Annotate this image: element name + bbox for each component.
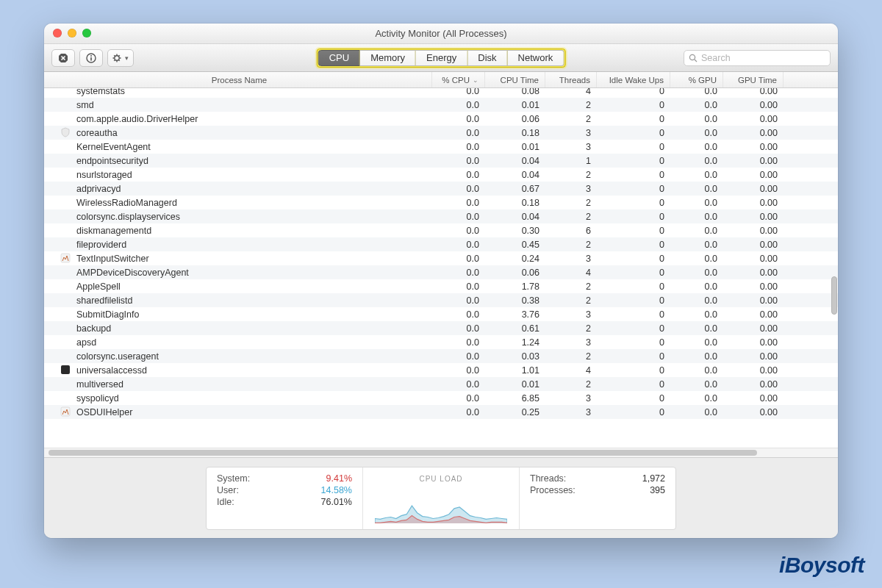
cell-cpu: 0.0 <box>432 251 485 265</box>
cell-gpu: 0.0 <box>670 112 723 126</box>
table-row[interactable]: multiversed0.00.01200.00.00 <box>44 377 838 391</box>
cell-gpu: 0.0 <box>670 88 723 98</box>
table-row[interactable]: diskmanagementd0.00.30600.00.00 <box>44 223 838 237</box>
svg-line-11 <box>114 55 115 56</box>
table-row[interactable]: systemstats0.00.08400.00.00 <box>44 88 838 98</box>
cell-idle-wake-ups: 0 <box>597 168 670 182</box>
svg-line-16 <box>695 60 697 62</box>
table-row[interactable]: coreautha0.00.18300.00.00 <box>44 126 838 140</box>
cell-gpu-time: 0.00 <box>723 154 784 168</box>
cell-threads: 3 <box>545 335 597 349</box>
table-row[interactable]: sharedfilelistd0.00.38200.00.00 <box>44 293 838 307</box>
table-row[interactable]: smd0.00.01200.00.00 <box>44 98 838 112</box>
column-header-gpu-time[interactable]: GPU Time <box>723 72 784 87</box>
cpu-usage-pane: System:9.41% User:14.58% Idle:76.01% <box>207 467 362 529</box>
svg-rect-18 <box>61 365 70 374</box>
toolbar: ▾ CPU Memory Energy Disk Network <box>44 44 838 72</box>
column-header-cpu-time[interactable]: CPU Time <box>485 72 545 87</box>
cell-cpu: 0.0 <box>432 223 485 237</box>
cell-cpu-time: 0.18 <box>485 196 545 209</box>
table-row[interactable]: OSDUIHelper0.00.25300.00.00 <box>44 405 838 419</box>
table-row[interactable]: colorsync.useragent0.00.03200.00.00 <box>44 349 838 363</box>
info-button[interactable] <box>79 49 103 67</box>
info-icon <box>86 53 96 63</box>
stop-icon <box>58 53 68 63</box>
table-row[interactable]: endpointsecurityd0.00.04100.00.00 <box>44 154 838 168</box>
horizontal-scrollbar[interactable] <box>44 448 838 457</box>
cpu-load-chart-title: CPU LOAD <box>419 475 462 483</box>
table-row[interactable]: AMPDeviceDiscoveryAgent0.00.06400.00.00 <box>44 265 838 279</box>
horizontal-scrollbar-thumb[interactable] <box>49 450 757 456</box>
table-row[interactable]: fileproviderd0.00.45200.00.00 <box>44 237 838 251</box>
tab-network[interactable]: Network <box>508 50 564 66</box>
settings-button[interactable]: ▾ <box>107 49 134 67</box>
idle-value: 76.01% <box>321 497 352 507</box>
table-row[interactable]: adprivacyd0.00.67300.00.00 <box>44 182 838 196</box>
table-row[interactable]: AppleSpell0.01.78200.00.00 <box>44 279 838 293</box>
cell-cpu-time: 0.04 <box>485 209 545 223</box>
tab-cpu[interactable]: CPU <box>318 50 360 66</box>
table-row[interactable]: KernelEventAgent0.00.01300.00.00 <box>44 140 838 154</box>
processes-label: Processes: <box>530 485 576 495</box>
process-icon <box>60 253 71 263</box>
tab-segmented-control: CPU Memory Energy Disk Network <box>317 49 566 68</box>
process-table-body[interactable]: systemstats0.00.08400.00.00smd0.00.01200… <box>44 88 838 448</box>
cell-gpu: 0.0 <box>670 182 723 196</box>
table-row[interactable]: universalaccessd0.01.01400.00.00 <box>44 363 838 377</box>
table-row[interactable]: WirelessRadioManagerd0.00.18200.00.00 <box>44 196 838 209</box>
cell-cpu-time: 0.04 <box>485 154 545 168</box>
cell-gpu: 0.0 <box>670 154 723 168</box>
zoom-window-button[interactable] <box>82 29 91 37</box>
svg-rect-19 <box>61 407 70 416</box>
table-row[interactable]: backupd0.00.61200.00.00 <box>44 321 838 335</box>
table-row[interactable]: syspolicyd0.06.85300.00.00 <box>44 391 838 405</box>
table-row[interactable]: apsd0.01.24300.00.00 <box>44 335 838 349</box>
cell-gpu: 0.0 <box>670 321 723 335</box>
column-header-cpu[interactable]: % CPU ⌄ <box>432 72 485 87</box>
activity-monitor-window: Activity Monitor (All Processes) ▾ CPU M… <box>44 24 838 538</box>
cell-cpu: 0.0 <box>432 265 485 279</box>
cell-gpu-time: 0.00 <box>723 293 784 307</box>
cell-gpu-time: 0.00 <box>723 405 784 419</box>
user-label: User: <box>217 485 239 495</box>
tab-memory[interactable]: Memory <box>360 50 416 66</box>
table-row[interactable]: colorsync.displayservices0.00.04200.00.0… <box>44 209 838 223</box>
cell-cpu-time: 0.25 <box>485 405 545 419</box>
svg-point-6 <box>115 55 119 60</box>
cell-cpu-time: 6.85 <box>485 391 545 405</box>
stop-process-button[interactable] <box>51 49 75 67</box>
tab-disk[interactable]: Disk <box>467 50 507 66</box>
column-header-process-name[interactable]: Process Name <box>44 72 432 87</box>
close-window-button[interactable] <box>53 29 62 37</box>
cell-gpu: 0.0 <box>670 279 723 293</box>
minimize-window-button[interactable] <box>68 29 76 37</box>
cell-gpu-time: 0.00 <box>723 223 784 237</box>
table-row[interactable]: com.apple.audio.DriverHelper0.00.06200.0… <box>44 112 838 126</box>
process-icon <box>60 365 71 375</box>
column-header-threads[interactable]: Threads <box>545 72 597 87</box>
cell-threads: 3 <box>545 307 597 321</box>
process-name: coreautha <box>76 128 118 138</box>
table-row[interactable]: nsurlstoraged0.00.04200.00.00 <box>44 168 838 182</box>
cell-threads: 2 <box>545 279 597 293</box>
cell-gpu-time: 0.00 <box>723 349 784 363</box>
cell-gpu-time: 0.00 <box>723 307 784 321</box>
cell-gpu: 0.0 <box>670 363 723 377</box>
cell-gpu: 0.0 <box>670 209 723 223</box>
vertical-scrollbar-thumb[interactable] <box>831 276 837 315</box>
column-header-gpu[interactable]: % GPU <box>670 72 723 87</box>
table-row[interactable]: TextInputSwitcher0.00.24300.00.00 <box>44 251 838 265</box>
tab-energy[interactable]: Energy <box>416 50 467 66</box>
table-row[interactable]: SubmitDiagInfo0.03.76300.00.00 <box>44 307 838 321</box>
gear-icon <box>112 53 123 63</box>
cpu-load-chart-pane: CPU LOAD <box>362 467 520 529</box>
column-header-idle-wake-ups[interactable]: Idle Wake Ups <box>597 72 670 87</box>
titlebar: Activity Monitor (All Processes) <box>44 24 838 44</box>
process-name: OSDUIHelper <box>76 407 132 417</box>
sort-descending-icon: ⌄ <box>473 76 478 84</box>
search-input[interactable] <box>701 53 825 63</box>
table-header: Process Name % CPU ⌄ CPU Time Threads Id… <box>44 72 838 88</box>
cell-idle-wake-ups: 0 <box>597 140 670 154</box>
process-name: endpointsecurityd <box>76 156 148 166</box>
search-field[interactable] <box>684 50 831 66</box>
